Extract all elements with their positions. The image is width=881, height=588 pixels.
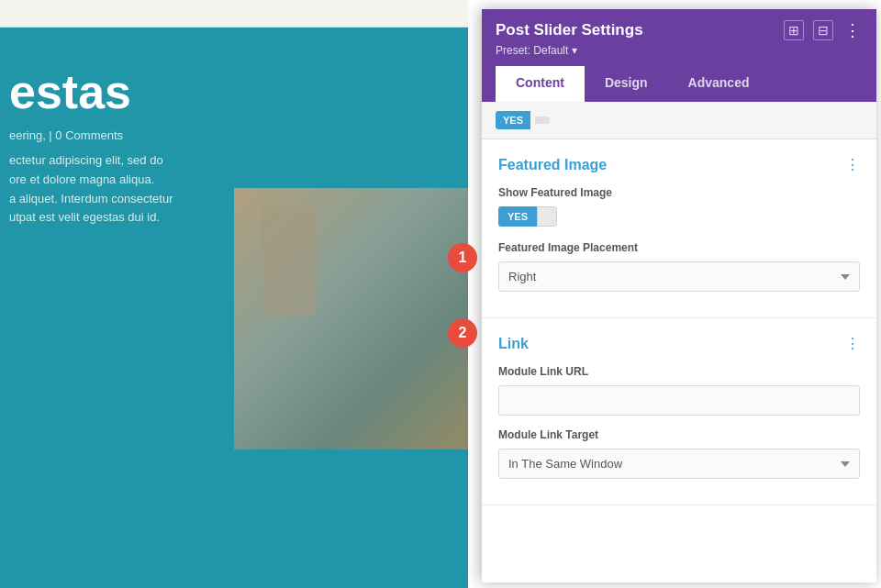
link-section-header: Link ⋮ [498, 335, 860, 352]
more-icon: ⋮ [844, 20, 861, 40]
cafe-photo-bg [234, 188, 468, 449]
featured-image-section: Featured Image ⋮ Show Featured Image YES… [482, 139, 876, 318]
image-placement-select[interactable]: Right Left Top Bottom [498, 261, 860, 292]
image-placement-field: Featured Image Placement Right Left Top … [498, 241, 860, 292]
module-link-target-select[interactable]: In The Same Window In The New Window [498, 449, 860, 479]
link-section-menu-icon[interactable]: ⋮ [845, 335, 860, 352]
step-2-badge: 2 [448, 318, 477, 348]
module-link-url-label: Module Link URL [498, 365, 860, 378]
top-toggle-yes[interactable]: YES [496, 111, 530, 129]
link-section: Link ⋮ Module Link URL Module Link Targe… [482, 318, 876, 505]
panel-header: Post Slider Settings ⊞ ⊟ ⋮ Preset: Defau… [482, 9, 876, 102]
module-link-url-input[interactable] [498, 385, 860, 416]
expand-icon-button[interactable]: ⊞ [784, 20, 804, 40]
bg-meta: eering, | 0 Comments [9, 128, 450, 142]
panel-tabs: Content Design Advanced [496, 66, 863, 102]
panel-body: YES Featured Image ⋮ Show Featured Image… [482, 102, 876, 582]
grid-icon-button[interactable]: ⊟ [813, 20, 833, 40]
step-1-badge: 1 [448, 243, 477, 272]
featured-image-section-header: Featured Image ⋮ [498, 156, 860, 173]
expand-icon: ⊞ [788, 23, 799, 38]
featured-image-toggle-no[interactable] [537, 206, 557, 227]
link-section-title: Link [498, 336, 529, 352]
featured-image-menu-icon[interactable]: ⋮ [845, 156, 860, 173]
bg-title: estas [9, 64, 450, 119]
tab-advanced[interactable]: Advanced [668, 66, 770, 102]
image-placement-label: Featured Image Placement [498, 241, 860, 254]
top-bar [0, 0, 468, 28]
panel-title: Post Slider Settings [496, 21, 643, 39]
settings-panel: Post Slider Settings ⊞ ⊟ ⋮ Preset: Defau… [482, 9, 876, 582]
tab-design[interactable]: Design [585, 66, 668, 102]
background-area: estas eering, | 0 Comments ectetur adipi… [0, 0, 468, 588]
top-toggle-row: YES [482, 102, 876, 139]
module-link-target-label: Module Link Target [498, 428, 860, 441]
show-featured-image-toggle: YES [498, 206, 860, 227]
panel-icons: ⊞ ⊟ ⋮ [784, 20, 863, 40]
more-icon-button[interactable]: ⋮ [842, 20, 863, 40]
preset-selector[interactable]: Preset: Default ▾ [496, 44, 863, 57]
featured-image-toggle-yes[interactable]: YES [498, 206, 537, 227]
top-toggle-no[interactable] [535, 116, 550, 124]
featured-image [234, 188, 468, 449]
module-link-target-field: Module Link Target In The Same Window In… [498, 428, 860, 479]
panel-header-top: Post Slider Settings ⊞ ⊟ ⋮ [496, 20, 863, 40]
show-featured-image-field: Show Featured Image YES [498, 186, 860, 227]
featured-image-title: Featured Image [498, 157, 607, 173]
preset-chevron-icon: ▾ [572, 44, 577, 57]
show-featured-image-label: Show Featured Image [498, 186, 860, 199]
tab-content[interactable]: Content [496, 66, 585, 102]
module-link-url-field: Module Link URL [498, 365, 860, 416]
preset-label: Preset: Default [496, 44, 568, 57]
grid-icon: ⊟ [818, 23, 829, 38]
